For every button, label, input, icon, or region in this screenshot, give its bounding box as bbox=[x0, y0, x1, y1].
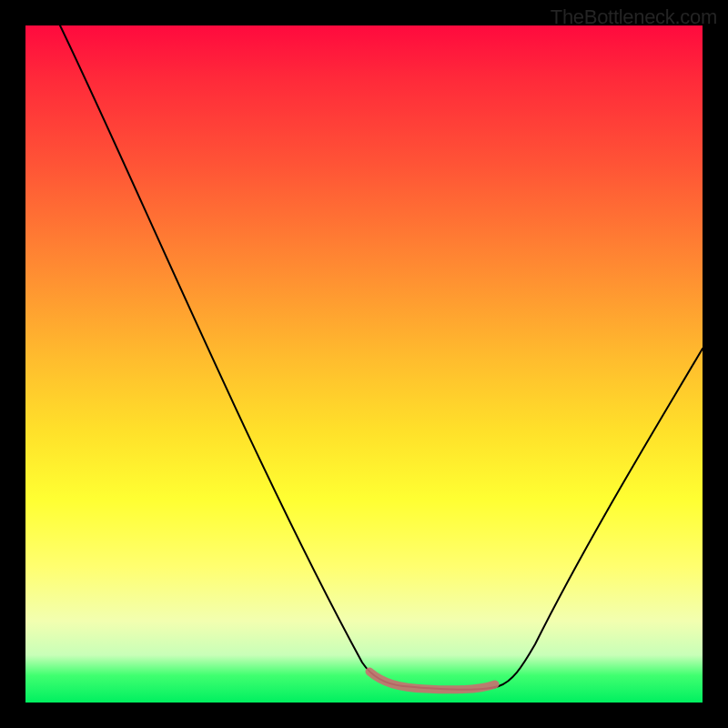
page-root: TheBottleneck.com bbox=[0, 0, 728, 728]
valley-highlight bbox=[369, 672, 495, 690]
curve-layer bbox=[25, 25, 703, 703]
watermark-text: TheBottleneck.com bbox=[551, 5, 717, 29]
plot-area bbox=[25, 25, 703, 703]
bottleneck-curve bbox=[60, 25, 703, 690]
